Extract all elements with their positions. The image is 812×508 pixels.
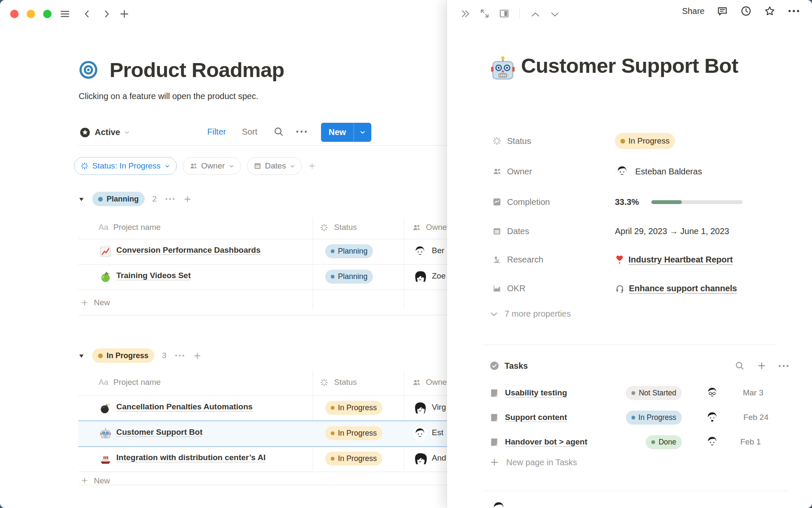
group-add-icon[interactable]: [193, 351, 202, 360]
new-button-chevron-icon[interactable]: [354, 129, 371, 136]
table-row[interactable]: Conversion Performance Dashboards Planni…: [78, 239, 461, 265]
page-icon-target[interactable]: [79, 60, 98, 80]
add-filter-icon[interactable]: [308, 162, 316, 170]
view-more-icon[interactable]: [295, 129, 308, 135]
filter-chip-status[interactable]: Status: In Progress: [74, 157, 177, 175]
property-label[interactable]: Completion: [507, 197, 615, 207]
property-label[interactable]: Dates: [507, 226, 615, 236]
task-status-pill[interactable]: Not Started: [626, 386, 682, 400]
expand-page-icon[interactable]: [479, 8, 490, 19]
green-apple-icon: [99, 271, 112, 283]
history-clock-icon[interactable]: [740, 5, 752, 17]
zoom-window-button[interactable]: [43, 10, 52, 18]
table-row[interactable]: Cancellation Penalties Automations In Pr…: [78, 396, 461, 421]
group-more-icon[interactable]: [174, 353, 185, 358]
task-row[interactable]: Handover bot > agent Done Feb 1: [489, 430, 790, 454]
subpage-icon: [489, 388, 499, 398]
status-pill[interactable]: Planning: [325, 244, 373, 258]
okr-page-link[interactable]: Enhance support channels: [629, 284, 737, 293]
view-tab-active[interactable]: Active: [80, 123, 130, 142]
table-row-selected[interactable]: Customer Support Bot In Progress Est: [78, 421, 461, 447]
add-row-button[interactable]: New: [78, 472, 461, 485]
sidebar-menu-icon[interactable]: [59, 9, 71, 19]
forward-icon[interactable]: [102, 9, 112, 19]
tasks-section-title[interactable]: Tasks: [505, 361, 528, 371]
task-name-link[interactable]: Support content: [505, 413, 567, 422]
page-more-icon[interactable]: [787, 8, 800, 14]
avatar: [413, 244, 427, 259]
column-header-owner[interactable]: Owner: [426, 378, 450, 387]
group-more-icon[interactable]: [165, 196, 176, 202]
property-label[interactable]: Owner: [507, 167, 615, 177]
column-header-project-name[interactable]: Project name: [113, 223, 161, 232]
robot-page-icon[interactable]: [489, 55, 517, 83]
task-row[interactable]: Support content In Progress Feb 24: [489, 406, 790, 429]
search-icon[interactable]: [273, 126, 284, 137]
column-header-project-name[interactable]: Project name: [113, 378, 161, 387]
column-header-status[interactable]: Status: [334, 223, 357, 232]
task-status-label: Done: [658, 438, 676, 447]
completion-percent[interactable]: 33.3%: [615, 197, 651, 207]
completion-chart-icon: [492, 197, 502, 207]
task-name-link[interactable]: Handover bot > agent: [505, 437, 587, 447]
previous-page-icon[interactable]: [530, 9, 541, 20]
task-status-pill[interactable]: In Progress: [626, 411, 682, 425]
close-peek-icon[interactable]: [460, 8, 471, 19]
task-status-pill[interactable]: Done: [646, 435, 682, 449]
close-window-button[interactable]: [10, 10, 19, 18]
project-name-link[interactable]: Customer Support Bot: [116, 428, 203, 437]
next-page-icon[interactable]: [549, 9, 560, 20]
share-button[interactable]: Share: [682, 6, 705, 16]
project-name-link[interactable]: Conversion Performance Dashboards: [116, 246, 261, 255]
property-label[interactable]: OKR: [507, 284, 615, 293]
filter-chip-owner[interactable]: Owner: [183, 157, 241, 175]
more-properties-button[interactable]: 7 more properties: [489, 309, 571, 319]
sort-button[interactable]: Sort: [242, 127, 258, 137]
project-name-link[interactable]: Training Videos Set: [116, 271, 191, 280]
minimize-window-button[interactable]: [27, 10, 35, 18]
table-row[interactable]: Integration with distribution center’s A…: [78, 447, 461, 472]
project-name-link[interactable]: Cancellation Penalties Automations: [116, 402, 252, 411]
tasks-add-icon[interactable]: [757, 361, 767, 371]
group-pill-planning[interactable]: Planning: [92, 192, 145, 206]
property-label[interactable]: Research: [507, 255, 615, 265]
task-row[interactable]: Usability testing Not Started Mar 3: [489, 381, 790, 405]
group-add-icon[interactable]: [183, 195, 192, 204]
owner-value[interactable]: Esteban Balderas: [635, 167, 702, 177]
status-pill[interactable]: In Progress: [325, 452, 382, 466]
status-pill[interactable]: In Progress: [325, 426, 382, 440]
table-row[interactable]: Training Videos Set Planning Zoe: [78, 265, 461, 290]
owner-name: Ber: [432, 246, 444, 255]
tasks-more-icon[interactable]: [778, 363, 790, 369]
status-dot: [331, 457, 335, 461]
chevron-down-icon: [289, 163, 296, 169]
dates-value[interactable]: April 29, 2023 → June 1, 2023: [615, 226, 729, 236]
property-label[interactable]: Status: [507, 136, 615, 146]
filter-button[interactable]: Filter: [207, 127, 226, 137]
project-name-link[interactable]: Integration with distribution center’s A…: [116, 453, 266, 462]
side-peek-mode-icon[interactable]: [499, 8, 510, 19]
column-type-icon-aa: Aa: [99, 223, 108, 232]
completion-progress-bar: [651, 200, 743, 204]
group-toggle-icon[interactable]: [78, 353, 85, 359]
filter-chip-dates[interactable]: Dates: [247, 157, 302, 175]
task-name-link[interactable]: Usability testing: [505, 388, 567, 398]
status-pill[interactable]: In Progress: [325, 401, 382, 415]
avatar: [413, 452, 427, 466]
comments-icon[interactable]: [716, 5, 728, 17]
column-header-owner[interactable]: Owner: [426, 223, 450, 232]
column-header-status[interactable]: Status: [334, 378, 357, 387]
favorite-star-icon[interactable]: [764, 5, 776, 17]
back-icon[interactable]: [82, 9, 92, 19]
new-button[interactable]: New: [321, 123, 371, 142]
status-pill[interactable]: Planning: [325, 270, 373, 284]
new-tab-icon[interactable]: [119, 9, 129, 19]
status-pill-label: In Progress: [338, 454, 377, 463]
tasks-search-icon[interactable]: [735, 361, 745, 371]
group-toggle-icon[interactable]: [78, 196, 85, 202]
filter-chip-bar: Status: In Progress Owner Dates: [74, 157, 316, 175]
new-task-button[interactable]: New page in Tasks: [489, 457, 577, 467]
research-page-link[interactable]: Industry Heartbeat Report: [628, 255, 733, 265]
status-value-pill[interactable]: In Progress: [615, 133, 675, 149]
group-pill-in-progress[interactable]: In Progress: [92, 348, 154, 363]
